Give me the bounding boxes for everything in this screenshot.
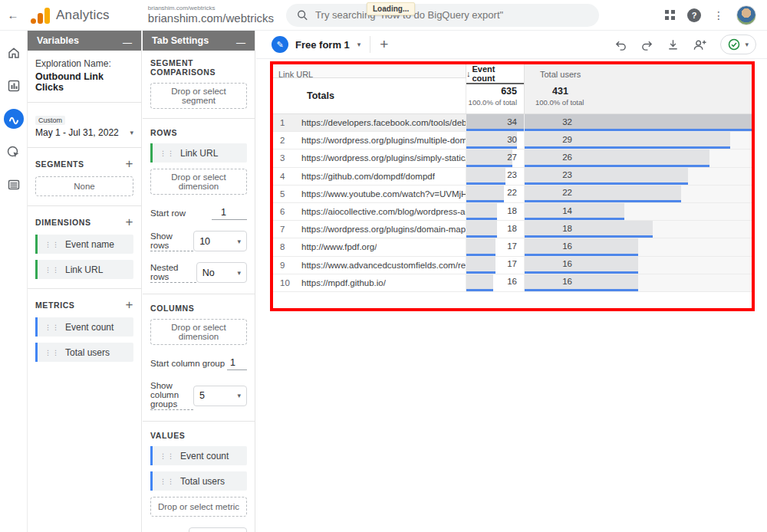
drag-handle-icon: ⋮⋮ bbox=[160, 149, 175, 157]
drop-segment-zone[interactable]: Drop or select segment bbox=[150, 83, 247, 109]
sort-descending-icon: ↓ bbox=[466, 69, 471, 78]
account-avatar[interactable] bbox=[736, 5, 756, 25]
table-row[interactable]: 6https://aiocollective.com/blog/wordpres… bbox=[273, 203, 752, 221]
search-bar[interactable] bbox=[286, 4, 599, 27]
freeform-table: Link URL ↓ Event count Total users Total… bbox=[273, 64, 752, 292]
cell-value: 18 bbox=[507, 221, 517, 235]
bar-chart-line bbox=[466, 182, 505, 185]
dimension-chip-label: Link URL bbox=[65, 264, 103, 275]
bar-chart-line bbox=[466, 165, 512, 167]
cell-value: 17 bbox=[507, 257, 517, 271]
show-column-groups-select[interactable]: 5 ▾ bbox=[193, 386, 247, 406]
cell-type-select[interactable]: Bar ch... ▾ bbox=[189, 527, 247, 532]
bar-chart-line bbox=[525, 129, 752, 131]
table-row[interactable]: 4https://github.com/dompdf/dompdf2323 bbox=[273, 168, 752, 186]
dimension-chip-event-name[interactable]: ⋮⋮ Event name bbox=[35, 235, 133, 254]
cell-value: 30 bbox=[507, 132, 517, 146]
link-url-cell: 8http://www.fpdf.org/ bbox=[273, 238, 466, 255]
bar-chart-line bbox=[525, 182, 688, 185]
table-row[interactable]: 3https://wordpress.org/plugins/simply-st… bbox=[273, 149, 752, 167]
redo-button[interactable] bbox=[640, 38, 653, 51]
back-button[interactable]: ← bbox=[0, 8, 26, 21]
loading-tooltip: Loading... bbox=[367, 2, 415, 15]
rows-dimension-label: Link URL bbox=[180, 148, 218, 159]
add-segment-button[interactable]: + bbox=[125, 157, 133, 170]
tab-chevron-down-icon[interactable]: ▾ bbox=[357, 41, 361, 48]
date-range-selector[interactable]: May 1 - Jul 31, 2022 ▾ bbox=[35, 127, 133, 138]
row-rank: 6 bbox=[273, 207, 288, 216]
rows-label: ROWS bbox=[150, 128, 177, 137]
event-count-cell: 16 bbox=[466, 274, 524, 291]
metric-chip-total-users[interactable]: ⋮⋮ Total users bbox=[35, 343, 133, 362]
bar-chart-line bbox=[466, 254, 495, 256]
add-metric-button[interactable]: + bbox=[125, 298, 133, 311]
share-user-button[interactable] bbox=[693, 38, 707, 51]
freeform-tab[interactable]: Free form 1 bbox=[295, 39, 350, 51]
bar-chart-line bbox=[525, 271, 638, 274]
link-url-value: https://wordpress.org/plugins/multiple-d… bbox=[301, 136, 466, 145]
value-chip-label: Total users bbox=[180, 476, 225, 487]
nav-rail bbox=[0, 31, 27, 532]
segments-none-dropzone[interactable]: None bbox=[35, 176, 133, 196]
event-count-cell: 17 bbox=[466, 257, 524, 274]
row-rank: 3 bbox=[273, 153, 288, 163]
link-url-cell: 10https://mpdf.github.io/ bbox=[273, 274, 466, 291]
table-row[interactable]: 7https://wordpress.org/plugins/domain-ma… bbox=[273, 221, 752, 238]
start-row-input[interactable]: 1 bbox=[212, 205, 247, 220]
nav-explore-icon[interactable] bbox=[4, 109, 24, 129]
link-url-cell: 1https://developers.facebook.com/tools/d… bbox=[273, 114, 466, 131]
overflow-menu-icon[interactable]: ⋮ bbox=[713, 9, 724, 21]
table-row[interactable]: 2https://wordpress.org/plugins/multiple-… bbox=[273, 132, 752, 149]
start-column-group-input[interactable]: 1 bbox=[227, 356, 247, 370]
undo-button[interactable] bbox=[614, 38, 627, 51]
link-url-value: https://www.youtube.com/watch?v=UVMjHcoS… bbox=[301, 189, 466, 199]
drag-handle-icon: ⋮⋮ bbox=[160, 452, 175, 460]
nav-advertising-icon[interactable] bbox=[4, 142, 24, 162]
event-count-cell: 18 bbox=[466, 221, 524, 238]
show-column-groups-label: Show column groups bbox=[150, 381, 193, 410]
drag-handle-icon: ⋮⋮ bbox=[44, 241, 60, 248]
nested-rows-label: Nested rows bbox=[150, 263, 196, 283]
metric-chip-event-count[interactable]: ⋮⋮ Event count bbox=[35, 317, 133, 337]
value-chip-event-count[interactable]: ⋮⋮ Event count bbox=[150, 446, 247, 465]
download-button[interactable] bbox=[667, 38, 680, 51]
table-row[interactable]: 8http://www.fpdf.org/1716 bbox=[273, 238, 752, 256]
bar-chart-line bbox=[466, 129, 524, 131]
totals-label: Totals bbox=[273, 78, 466, 113]
drop-row-dimension-zone[interactable]: Drop or select dimension bbox=[150, 169, 247, 195]
dimension-chip-link-url[interactable]: ⋮⋮ Link URL bbox=[35, 260, 133, 279]
nav-reports-icon[interactable] bbox=[4, 76, 24, 96]
app-name: Analytics bbox=[56, 8, 110, 23]
table-row[interactable]: 10https://mpdf.github.io/1616 bbox=[273, 274, 752, 292]
red-annotation-box: Link URL ↓ Event count Total users Total… bbox=[270, 61, 755, 311]
value-chip-total-users[interactable]: ⋮⋮ Total users bbox=[150, 471, 247, 491]
nested-rows-select[interactable]: No ▾ bbox=[196, 262, 247, 283]
table-row[interactable]: 9https://www.advancedcustomfields.com/re… bbox=[273, 257, 752, 274]
dimension-chip-label: Event name bbox=[65, 239, 114, 250]
drop-metric-zone[interactable]: Drop or select metric bbox=[150, 497, 247, 517]
row-rank: 5 bbox=[273, 189, 288, 199]
rows-dimension-chip[interactable]: ⋮⋮ Link URL bbox=[150, 143, 247, 163]
google-apps-icon[interactable] bbox=[665, 10, 675, 20]
exploration-name[interactable]: Outbound Link Clicks bbox=[35, 71, 133, 93]
total-users-cell: 22 bbox=[524, 186, 752, 202]
show-rows-select[interactable]: 10 ▾ bbox=[193, 231, 247, 251]
add-dimension-button[interactable]: + bbox=[125, 215, 133, 228]
search-input[interactable] bbox=[315, 9, 588, 21]
table-row[interactable]: 5https://www.youtube.com/watch?v=UVMjHco… bbox=[273, 186, 752, 203]
table-row[interactable]: 1https://developers.facebook.com/tools/d… bbox=[273, 114, 752, 132]
validation-status-button[interactable]: ▾ bbox=[720, 34, 756, 54]
variables-panel-header: Variables — bbox=[28, 31, 141, 51]
property-selector[interactable]: brianshim.com/webtricks brianshim.com/we… bbox=[148, 5, 274, 25]
drop-column-dimension-zone[interactable]: Drop or select dimension bbox=[150, 319, 247, 345]
cell-value: 32 bbox=[525, 114, 572, 129]
add-tab-button[interactable]: + bbox=[380, 36, 388, 53]
nav-home-icon[interactable] bbox=[4, 43, 24, 63]
row-rank: 9 bbox=[273, 261, 288, 270]
link-url-value: https://wordpress.org/plugins/simply-sta… bbox=[301, 153, 466, 163]
help-icon[interactable]: ? bbox=[687, 8, 701, 22]
nav-library-icon[interactable] bbox=[4, 175, 24, 195]
event-count-cell: 22 bbox=[466, 186, 524, 202]
link-url-value: https://developers.facebook.com/tools/de… bbox=[301, 118, 466, 127]
bar-chart-line bbox=[525, 254, 638, 256]
